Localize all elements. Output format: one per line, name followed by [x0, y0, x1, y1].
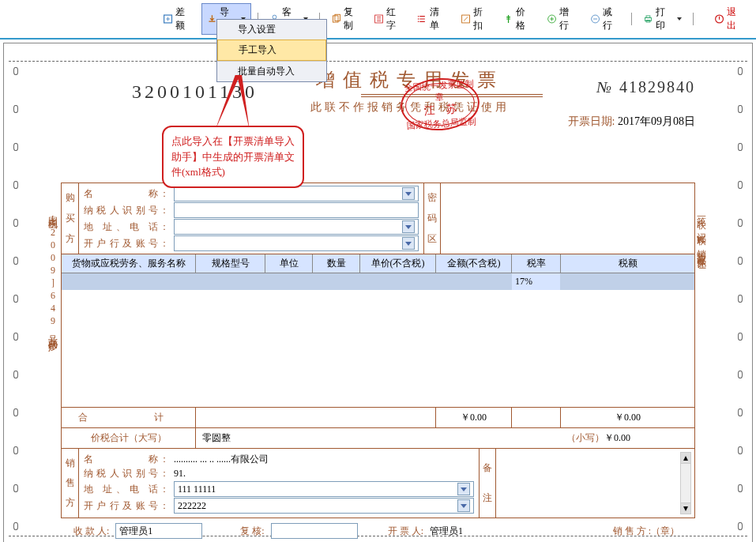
invoice: 3200101130 增值税专用发票 此联不作报销务凭和税凭证使用 №41829…	[61, 67, 695, 539]
scroll-up-icon[interactable]: ▴	[681, 453, 690, 464]
buyer-taxid-label: 纳税人识别号	[84, 204, 160, 217]
balance-button[interactable]: 差额	[158, 4, 198, 34]
buyer-label: 购买方	[62, 183, 79, 254]
discount-button[interactable]: 折扣	[456, 4, 496, 34]
col-amount: 金额(不含税)	[436, 254, 512, 273]
copy-button[interactable]: 复制	[326, 4, 367, 34]
seller-name-value: .......... ... .. ......有限公司	[174, 453, 269, 466]
totals-row: 合 计 ￥0.00 ￥0.00	[62, 408, 694, 428]
buyer-name-label: 名 称	[84, 187, 160, 201]
buyer-bank-label: 开户行及账号	[84, 237, 160, 250]
total-tax: ￥0.00	[561, 408, 694, 427]
reviewer-label: 复 核:	[240, 525, 264, 538]
seller-taxid-label: 纳税人识别号	[84, 467, 160, 480]
grid-row[interactable]: 17%	[62, 273, 694, 290]
total-amount: ￥0.00	[436, 408, 512, 427]
scrollbar[interactable]: ▴ ▾	[680, 452, 691, 514]
buyer-section: 购买方 名 称： 纳税人识别号： 地 址、电 话： 开户行及账号： 密码区	[62, 183, 694, 254]
scroll-down-icon[interactable]: ▾	[681, 502, 690, 514]
dropdown-icon[interactable]	[402, 187, 415, 200]
seller-name-label: 名 称	[84, 453, 160, 466]
seller-bank-input[interactable]: 222222	[174, 498, 474, 514]
dropdown-icon[interactable]	[402, 220, 415, 233]
left-margin-text: 国税函[2009]649号北京印钞厂	[48, 209, 59, 337]
col-tax: 税额	[561, 254, 694, 273]
seller-bank-label: 开户行及账号	[84, 499, 160, 513]
col-spec: 规格型号	[196, 254, 265, 273]
buyer-addr-label: 地 址、电 话	[84, 220, 160, 234]
seller-addr-label: 地 址、电 话	[84, 483, 160, 496]
document-canvas: document.write(Array.from({length:13},(_…	[3, 43, 753, 542]
import-dropdown: 导入设置 手工导入 批量自动导入	[216, 19, 327, 82]
seller-taxid-value: 91.	[174, 468, 186, 480]
seller-addr-input[interactable]: 111 11111	[174, 481, 474, 497]
drawer-label: 开 票 人:	[388, 525, 423, 538]
dropdown-icon[interactable]	[457, 499, 470, 512]
drawer-value: 管理员1	[430, 525, 463, 538]
svg-rect-12	[646, 16, 650, 17]
dropdown-icon[interactable]	[457, 483, 470, 495]
footer: 收 款 人: 管理员1 复 核: 开 票 人: 管理员1 销 售 方 :（章）	[61, 523, 695, 539]
invoice-date: 开票日期: 2017年09月08日	[568, 115, 695, 129]
dropdown-icon[interactable]	[402, 237, 415, 250]
rate-cell[interactable]: 17%	[512, 273, 561, 290]
seller-section: 销售方 名 称：.......... ... .. ......有限公司 纳税人…	[62, 449, 694, 518]
buyer-taxid-input[interactable]	[174, 202, 419, 218]
buyer-name-input[interactable]	[174, 186, 419, 201]
price-button[interactable]: 价格	[498, 4, 539, 34]
dropdown-item-manual-import[interactable]: 手工导入	[217, 40, 326, 61]
small-label: （小写）	[566, 432, 604, 443]
seller-label: 销售方	[62, 449, 79, 518]
print-button[interactable]: 打印	[638, 4, 686, 34]
help-callout: 点此导入在【开票清单导入助手】中生成的开票清单文件(xml格式)	[162, 126, 304, 188]
list-button[interactable]: 清单	[412, 4, 453, 34]
capital-row: 价税合计（大写） 零圆整 （小写）￥0.00	[62, 428, 694, 449]
small-value: ￥0.00	[604, 432, 630, 443]
col-unit: 单位	[265, 254, 313, 273]
invoice-number: №41829840	[596, 78, 695, 96]
buyer-�-input[interactable]	[174, 235, 419, 251]
svg-point-7	[418, 21, 419, 22]
addrow-button[interactable]: 增行	[542, 4, 582, 34]
payee-input[interactable]: 管理员1	[115, 523, 202, 539]
buyer-addr-input[interactable]	[174, 219, 419, 235]
grid-header: 货物或应税劳务、服务名称 规格型号 单位 数量 单价(不含税) 金额(不含税) …	[62, 254, 694, 273]
remark-label: 备注	[479, 449, 496, 518]
col-goods: 货物或应税劳务、服务名称	[62, 254, 196, 273]
svg-point-5	[418, 16, 419, 17]
col-price: 单价(不含税)	[360, 254, 436, 273]
toolbar: 差额 导入 客户 复制 红字 清单 折扣 价格 增行 减行 打印 退出	[0, 0, 756, 40]
invoice-body: 购买方 名 称： 纳税人识别号： 地 址、电 话： 开户行及账号： 密码区 货物…	[61, 183, 695, 518]
capital-label: 价税合计（大写）	[62, 428, 196, 448]
red-button[interactable]: 红字	[369, 4, 409, 34]
right-margin-text: 第一联：记账联 销售方记账凭证	[697, 209, 708, 254]
capital-value: 零圆整	[196, 428, 560, 448]
seller-stamp-label: 销 售 方 :（章）	[613, 525, 679, 538]
password-label: 密码区	[423, 183, 441, 254]
svg-point-6	[418, 18, 419, 20]
dropdown-item-import-settings[interactable]: 导入设置	[217, 20, 326, 40]
delrow-button[interactable]: 减行	[585, 4, 626, 34]
exit-button[interactable]: 退出	[709, 4, 750, 34]
payee-label: 收 款 人:	[73, 525, 109, 538]
reviewer-input[interactable]	[271, 523, 358, 539]
col-rate: 税率	[512, 254, 561, 273]
items-grid: 货物或应税劳务、服务名称 规格型号 单位 数量 单价(不含税) 金额(不含税) …	[62, 254, 694, 408]
caret-down-icon	[677, 17, 682, 21]
col-qty: 数量	[313, 254, 360, 273]
totals-label: 合 计	[62, 408, 196, 427]
